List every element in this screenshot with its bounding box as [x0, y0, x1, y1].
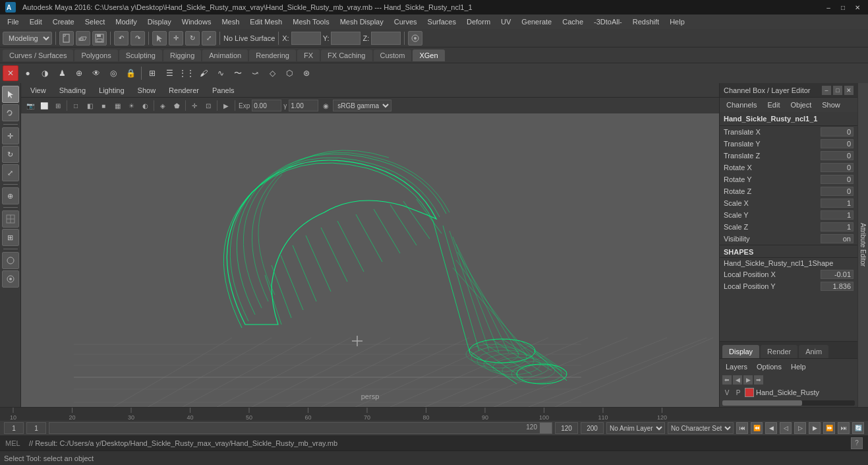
vp-light-btn[interactable]: ☀ [125, 99, 138, 112]
scale-tool-btn[interactable]: ⤢ [2, 164, 19, 181]
tab-fx-caching[interactable]: FX Caching [321, 49, 372, 61]
vp-gamma-input[interactable] [289, 100, 318, 111]
channel-value[interactable] [821, 210, 854, 220]
layer-menu-options[interactable]: Options [753, 362, 785, 371]
menu-item-mesh[interactable]: Mesh [217, 16, 244, 27]
shape-channel-row[interactable]: Local Position X [720, 268, 857, 280]
y-input[interactable] [331, 32, 361, 45]
channel-value[interactable] [821, 234, 854, 243]
move-btn[interactable]: ✛ [169, 31, 183, 46]
play-next-btn[interactable]: ⏭ [838, 422, 850, 434]
layer-next-arrow[interactable]: ▶ [743, 375, 753, 385]
frame-range-handle[interactable] [540, 423, 552, 433]
vp-pivot-btn[interactable]: ✛ [188, 99, 201, 112]
vp-smooth-btn[interactable]: ■ [97, 99, 110, 112]
soft-sel-btn[interactable]: ⊕ [2, 187, 19, 204]
vp-menu-shading[interactable]: Shading [54, 86, 91, 95]
view-btn[interactable] [2, 210, 19, 228]
vp-menu-view[interactable]: View [25, 86, 51, 95]
current-frame-input[interactable] [4, 422, 24, 434]
channel-row[interactable]: Scale X [720, 197, 857, 209]
channel-row[interactable]: Rotate Y [720, 173, 857, 185]
vp-grid-btn[interactable]: ⊞ [51, 99, 65, 112]
frame-range-slider[interactable]: 120 [49, 422, 552, 434]
sculpt-btn[interactable] [2, 252, 19, 269]
circle-icon-btn[interactable]: ● [20, 65, 36, 81]
menu-item-generate[interactable]: Generate [517, 16, 556, 27]
cylinder-btn[interactable]: ⬡ [281, 65, 297, 81]
curve-btn[interactable]: ∿ [213, 65, 229, 81]
plus-person-btn[interactable]: ⊕ [71, 65, 87, 81]
play-fwd-btn[interactable]: ▷ [794, 422, 806, 434]
select-tool-btn[interactable] [2, 86, 19, 103]
render-btn[interactable] [408, 31, 422, 46]
menu-item-mesh-tools[interactable]: Mesh Tools [288, 16, 333, 27]
arrow-btn[interactable]: ⤻ [247, 65, 263, 81]
channel-value[interactable] [821, 151, 854, 160]
eye2-btn[interactable]: ◎ [105, 65, 121, 81]
menu-item-uv[interactable]: UV [496, 16, 515, 27]
vp-film-btn[interactable]: ⬜ [38, 99, 51, 112]
start-frame-input[interactable] [26, 422, 46, 434]
channel-row[interactable]: Translate Z [720, 150, 857, 162]
half-circle-btn[interactable]: ◑ [37, 65, 53, 81]
frame-back-btn[interactable]: ◀ [765, 422, 777, 434]
bottom-tab-render[interactable]: Render [761, 345, 797, 358]
menu-item-surfaces[interactable]: Surfaces [423, 16, 461, 27]
paint-btn[interactable]: ⊞ [2, 229, 19, 246]
bottom-tab-anim[interactable]: Anim [799, 345, 828, 358]
scatter-btn[interactable]: ⋮⋮ [179, 65, 194, 81]
channel-row[interactable]: Translate Y [720, 138, 857, 150]
step-fwd-btn[interactable]: ⏩ [823, 422, 835, 434]
move-tool-btn[interactable]: ✛ [2, 127, 19, 144]
menu-item-edit[interactable]: Edit [25, 16, 47, 27]
layer-scrollbar-thumb[interactable] [722, 400, 802, 406]
rotate-btn[interactable]: ↻ [185, 31, 200, 46]
cb-menu-channels[interactable]: Channels [722, 100, 761, 109]
tab-rigging[interactable]: Rigging [163, 49, 201, 61]
shape-channel-value[interactable] [821, 270, 854, 279]
mesh-btn[interactable]: ⊛ [299, 65, 314, 81]
channel-value[interactable] [821, 139, 854, 148]
menu-item-deform[interactable]: Deform [462, 16, 495, 27]
lasso-tool-btn[interactable] [2, 104, 19, 121]
vp-camera-btn[interactable]: 📷 [24, 99, 37, 112]
vp-menu-renderer[interactable]: Renderer [163, 86, 204, 95]
channel-row[interactable]: Scale Z [720, 221, 857, 233]
tab-polygons[interactable]: Polygons [74, 49, 117, 61]
menu-item-select[interactable]: Select [80, 16, 110, 27]
layer-visibility[interactable]: V [722, 389, 732, 396]
tab-curves---surfaces[interactable]: Curves / Surfaces [3, 49, 73, 61]
cross-icon-btn[interactable]: ✕ [3, 65, 18, 81]
tab-fx[interactable]: FX [297, 49, 320, 61]
menu-item-help[interactable]: Help [665, 16, 689, 27]
workspace-select[interactable]: Modeling [3, 32, 52, 45]
vp-flat-btn[interactable]: ◧ [83, 99, 96, 112]
select-btn[interactable] [152, 31, 167, 46]
channel-row[interactable]: Visibility [720, 233, 857, 245]
play-back-btn[interactable]: ◁ [780, 422, 792, 434]
loop-btn[interactable]: 🔄 [852, 422, 864, 434]
vp-menu-show[interactable]: Show [132, 86, 161, 95]
channel-value[interactable] [821, 199, 854, 208]
channel-value[interactable] [821, 163, 854, 172]
anim-layer-select[interactable]: No Anim Layer [606, 422, 665, 434]
menu-item--3dtoall-[interactable]: -3DtoAll- [589, 16, 627, 27]
person-btn[interactable]: ♟ [54, 65, 70, 81]
frame-fwd-btn[interactable]: ▶ [809, 422, 821, 434]
save-file-btn[interactable] [92, 31, 107, 46]
menu-item-windows[interactable]: Windows [177, 16, 216, 27]
attribute-editor-tab[interactable]: Attribute Editor [857, 83, 868, 407]
menu-item-file[interactable]: File [3, 16, 24, 27]
timeline-ruler[interactable]: 102030405060708090100110120 [0, 408, 868, 421]
help-icon-btn[interactable]: ? [851, 437, 863, 449]
channel-row[interactable]: Rotate Z [720, 185, 857, 197]
vp-iso-btn[interactable]: ⬟ [170, 99, 183, 112]
tab-xgen[interactable]: XGen [413, 49, 444, 61]
menu-item-modify[interactable]: Modify [111, 16, 141, 27]
layer-menu-layers[interactable]: Layers [722, 362, 751, 371]
brush-btn[interactable]: 🖌 [196, 65, 212, 81]
char-set-select[interactable]: No Character Set [668, 422, 734, 434]
step-back-btn[interactable]: ⏪ [751, 422, 763, 434]
shape-btn[interactable]: ◇ [264, 65, 280, 81]
